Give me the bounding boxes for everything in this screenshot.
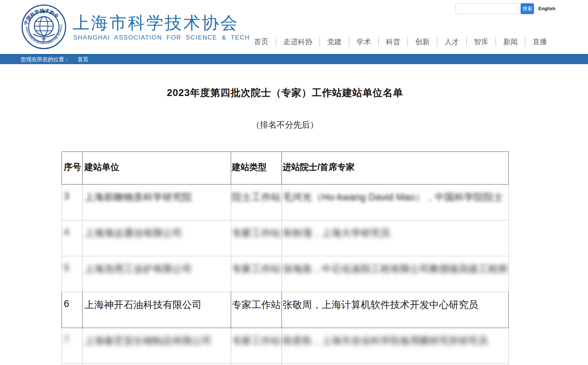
breadcrumb-home-link[interactable]: 首页 [78, 56, 88, 63]
nav-item-innovation[interactable]: 创新 [415, 37, 430, 47]
row-expert: 张海燕，中石化洛阳工程有限公司教授级高级工程师 [283, 262, 508, 275]
nav-item-science-pop[interactable]: 科普 [386, 37, 400, 47]
nav-item-talent[interactable]: 人才 [445, 37, 459, 47]
row-no: 3 [64, 191, 82, 202]
table-header-row: 序号 建站单位 建站类型 进站院士/首席专家 [62, 152, 509, 184]
nav-separator [437, 37, 437, 46]
nav-separator [525, 37, 525, 46]
row-unit: 上海浩用工业炉有限公司 [84, 262, 231, 275]
column-header-no: 序号 [62, 152, 83, 184]
nav-item-news[interactable]: 新闻 [503, 37, 518, 47]
row-expert: 陈君凯，上海市农业科学院食用菌研究所研究员 [283, 334, 508, 347]
table-row: 5 上海浩用工业炉有限公司 专家工作站 张海燕，中石化洛阳工程有限公司教授级高级… [62, 256, 509, 292]
breadcrumb-label: 您现在所在的位置： [21, 56, 70, 63]
site-title: 上海市科学技术协会 [72, 12, 239, 34]
table-row: 4 上海海达通信有限公司 专家工作站 朱秋瑾，上海大学研究员 [62, 220, 509, 256]
site-subtitle: SHANGHAI ASSOCIATION FOR SCIENCE & TECH [73, 34, 250, 41]
english-link[interactable]: English [538, 6, 555, 11]
row-type: 专家工作站 [232, 298, 282, 311]
search-input[interactable] [455, 3, 519, 14]
table-row: 6 上海神开石油科技有限公司 专家工作站 张敬周，上海计算机软件技术开发中心研究… [62, 292, 509, 328]
main-nav: 首页 走进科协 党建 学术 科普 创新 人才 智库 新闻 直播 [254, 36, 547, 48]
column-header-type: 建站类型 [231, 152, 282, 184]
nav-separator [408, 37, 408, 46]
row-unit: 上海神开石油科技有限公司 [84, 298, 231, 311]
row-type: 专家工作站 [232, 227, 282, 240]
table-row-partial [62, 364, 509, 365]
nav-item-party[interactable]: 党建 [327, 37, 342, 47]
row-no: 6 [64, 298, 82, 310]
table-row: 3 上海前瞻物质科学研究院 院士工作站 毛河光（Ho-kwang David M… [62, 184, 509, 220]
nav-separator [378, 37, 379, 46]
row-expert: 毛河光（Ho-kwang David Mao），中国科学院院士 [283, 191, 508, 204]
site-header: 中国科学技术协会 CHINA ASSOCIATION FOR SCIENCE A… [0, 0, 588, 54]
row-no: 4 [64, 227, 82, 238]
nav-separator [466, 37, 467, 46]
nav-separator [276, 37, 276, 46]
nav-separator [496, 37, 496, 46]
nav-separator [320, 37, 320, 46]
column-header-unit: 建站单位 [83, 152, 231, 184]
nav-item-live[interactable]: 直播 [533, 37, 547, 47]
nav-item-home[interactable]: 首页 [254, 37, 268, 47]
page-subtitle: （排名不分先后） [62, 119, 508, 130]
nav-separator [349, 37, 349, 46]
row-no: 5 [64, 262, 82, 274]
row-no: 7 [64, 334, 82, 345]
workstation-table: 序号 建站单位 建站类型 进站院士/首席专家 3 上海前瞻物质科学研究院 院士工… [62, 152, 509, 365]
nav-item-academic[interactable]: 学术 [356, 37, 371, 47]
table-row: 7 上海春芝堂生物制品有限公司 专家工作站 陈君凯，上海市农业科学院食用菌研究所… [62, 328, 509, 364]
search-button[interactable]: 搜索 [521, 3, 534, 14]
row-unit: 上海前瞻物质科学研究院 [84, 191, 231, 204]
row-unit: 上海春芝堂生物制品有限公司 [84, 334, 231, 347]
row-expert: 张敬周，上海计算机软件技术开发中心研究员 [283, 298, 508, 311]
row-expert: 朱秋瑾，上海大学研究员 [283, 227, 508, 240]
row-unit: 上海海达通信有限公司 [84, 227, 231, 240]
column-header-expert: 进站院士/首席专家 [282, 152, 509, 184]
page-title: 2023年度第四批次院士（专家）工作站建站单位名单 [62, 86, 508, 99]
nav-item-about[interactable]: 走进科协 [283, 37, 312, 47]
search-area: 搜索 English [455, 3, 555, 14]
row-type: 专家工作站 [232, 334, 282, 347]
nav-item-thinktank[interactable]: 智库 [474, 37, 488, 47]
site-logo[interactable]: 中国科学技术协会 CHINA ASSOCIATION FOR SCIENCE A… [20, 4, 68, 50]
breadcrumb: 您现在所在的位置： 首页 [0, 54, 588, 64]
row-type: 专家工作站 [232, 262, 282, 275]
cast-emblem-icon: 中国科学技术协会 CHINA ASSOCIATION FOR SCIENCE A… [20, 4, 68, 50]
row-type: 院士工作站 [232, 191, 282, 204]
